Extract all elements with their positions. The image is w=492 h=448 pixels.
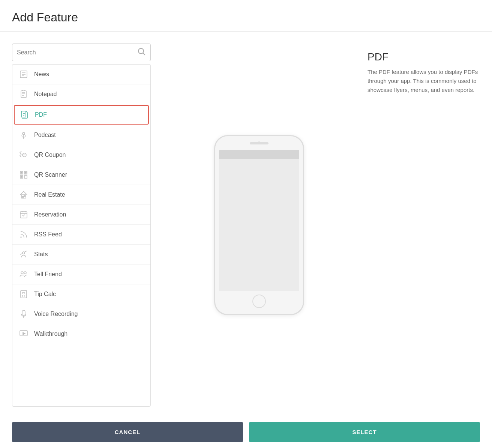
feature-item-label: Notepad — [34, 91, 57, 98]
svg-line-1 — [143, 53, 146, 56]
search-icon — [137, 47, 146, 58]
list-item[interactable]: Stats — [12, 245, 150, 265]
svg-rect-24 — [25, 172, 26, 173]
svg-line-35 — [25, 251, 27, 252]
svg-rect-12 — [21, 111, 26, 117]
list-item[interactable]: QR Scanner — [12, 165, 150, 185]
list-item[interactable]: Podcast — [12, 125, 150, 145]
feature-item-label: QR Scanner — [34, 171, 67, 178]
main-content: News Notepad — [0, 32, 492, 407]
tell-friend-icon — [18, 269, 29, 280]
svg-line-36 — [20, 254, 22, 254]
select-button[interactable]: SELECT — [249, 422, 480, 442]
svg-point-38 — [24, 272, 26, 274]
svg-rect-22 — [24, 176, 27, 178]
svg-point-15 — [22, 132, 25, 135]
phone-screen-body — [219, 159, 299, 291]
list-item[interactable]: Reservation — [12, 205, 150, 225]
feature-item-label: News — [34, 71, 49, 78]
feature-item-label: PDF — [35, 111, 47, 118]
podcast-icon — [18, 130, 29, 140]
cancel-button[interactable]: CANCEL — [12, 422, 243, 442]
rss-feed-icon — [18, 229, 29, 240]
svg-rect-25 — [21, 176, 22, 177]
phone-screen-header — [219, 150, 299, 159]
walkthrough-icon — [18, 329, 29, 339]
svg-rect-28 — [24, 195, 25, 197]
feature-item-label: Reservation — [34, 211, 66, 218]
feature-item-label: Tell Friend — [34, 271, 62, 278]
svg-rect-27 — [22, 196, 24, 198]
left-panel: News Notepad — [12, 44, 151, 407]
list-item[interactable]: Tip Calc — [12, 284, 150, 304]
list-item[interactable]: QR Coupon — [12, 145, 150, 165]
list-item[interactable]: Walkthrough — [12, 324, 150, 344]
svg-rect-6 — [21, 91, 26, 98]
selected-feature-description: The PDF feature allows you to display PD… — [368, 68, 480, 95]
svg-rect-39 — [21, 290, 27, 298]
center-panel — [163, 44, 356, 407]
phone-mockup — [214, 135, 304, 315]
phone-home-button — [252, 295, 266, 308]
feature-item-label: Real Estate — [34, 191, 65, 198]
qr-coupon-icon — [18, 150, 29, 160]
reservation-icon — [18, 209, 29, 220]
feature-item-label: QR Coupon — [34, 152, 66, 158]
pdf-icon — [19, 110, 30, 120]
right-panel: PDF The PDF feature allows you to displa… — [368, 44, 480, 407]
stats-icon — [18, 249, 29, 260]
feature-list: News Notepad — [12, 64, 151, 407]
list-item[interactable]: Notepad — [12, 84, 150, 104]
feature-item-label: Stats — [34, 251, 48, 258]
feature-item-label: Voice Recording — [34, 311, 78, 317]
list-item[interactable]: RSS Feed — [12, 225, 150, 245]
search-input[interactable] — [17, 49, 134, 56]
list-item[interactable]: News — [12, 65, 150, 84]
svg-marker-49 — [23, 332, 25, 335]
voice-recording-icon — [18, 309, 29, 319]
feature-item-label: Tip Calc — [34, 291, 56, 298]
tip-calc-icon — [18, 289, 29, 299]
footer: CANCEL SELECT — [0, 416, 492, 448]
search-box[interactable] — [12, 44, 151, 61]
list-item[interactable]: Tell Friend — [12, 265, 150, 284]
svg-rect-23 — [21, 172, 22, 173]
feature-item-label: Walkthrough — [34, 331, 68, 337]
list-item[interactable]: Real Estate — [12, 185, 150, 205]
svg-point-0 — [138, 48, 144, 54]
list-item-pdf[interactable]: PDF — [14, 105, 149, 125]
list-item[interactable]: Voice Recording — [12, 304, 150, 324]
selected-feature-name: PDF — [368, 51, 480, 63]
feature-item-label: Podcast — [34, 132, 56, 138]
notepad-icon — [18, 89, 29, 99]
svg-point-34 — [22, 252, 25, 254]
svg-point-33 — [21, 237, 21, 238]
svg-rect-29 — [20, 212, 27, 218]
svg-point-37 — [21, 272, 23, 274]
feature-item-label: RSS Feed — [34, 231, 62, 238]
qr-scanner-icon — [18, 170, 29, 180]
real-estate-icon — [18, 189, 29, 200]
news-icon — [18, 69, 29, 80]
phone-screen — [219, 150, 299, 291]
page-header: Add Feature — [0, 0, 492, 32]
phone-camera — [258, 141, 261, 144]
page-title: Add Feature — [12, 11, 480, 24]
